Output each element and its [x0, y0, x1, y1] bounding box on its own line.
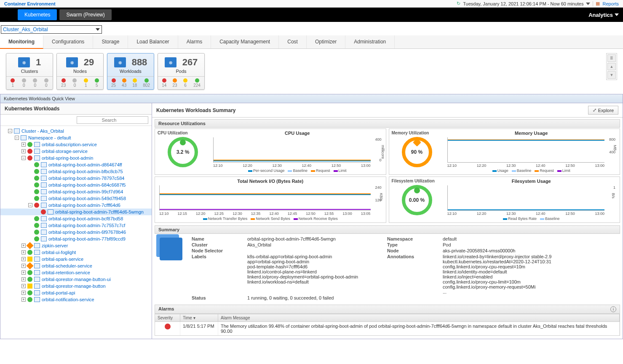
tree-label[interactable]: Namespace - default	[28, 135, 71, 140]
tree-node[interactable]: −orbital-spring-boot-admin-7cfff64d6	[0, 202, 152, 209]
tree-node[interactable]: +orbital-qorestor-manage-button-ui	[0, 276, 152, 283]
up-icon[interactable]: ▲	[607, 63, 616, 70]
tree-label[interactable]: orbital-subscription-service	[42, 142, 97, 147]
tree-node[interactable]: +orbital-retention-service	[0, 269, 152, 276]
alarm-col-time[interactable]: Time ▾	[180, 314, 218, 321]
tree-label[interactable]: orbital-spring-boot-admin-7cfff64d6	[48, 203, 120, 208]
tree-node[interactable]: +orbital-scheduler-service	[0, 262, 152, 269]
subtab-optimizer[interactable]: Optimizer	[307, 35, 345, 48]
chart-mem[interactable]: 800 400 MB	[447, 137, 605, 163]
tree-node[interactable]: −Namespace - default	[0, 134, 152, 141]
refresh-icon[interactable]: ↻	[457, 1, 460, 6]
tree-label[interactable]: orbital-notification-service	[42, 297, 94, 302]
tab-kubernetes[interactable]: Kubernetes	[18, 9, 57, 20]
tree-toggle-icon[interactable]: +	[21, 284, 26, 288]
tree-node[interactable]: orbital-spring-boot-admin-6f97678b46	[0, 229, 152, 236]
subtab-capacity-management[interactable]: Capacity Management	[211, 35, 279, 48]
tree-label[interactable]: orbital-retention-service	[42, 270, 90, 275]
tree-label[interactable]: orbital-qorestor-manage-button-ui	[42, 277, 111, 282]
tree-toggle-icon[interactable]: +	[21, 297, 26, 302]
tree-node[interactable]: orbital-spring-boot-admin-684c6687f5	[0, 182, 152, 188]
tree-node[interactable]: +orbital-portal-api	[0, 289, 152, 296]
tree-node[interactable]: orbital-spring-boot-admin-549d7f9458	[0, 195, 152, 202]
gauge-fs[interactable]: 0.00 %	[402, 185, 432, 215]
card-workloads[interactable]: ⎈888Workloads254318802	[107, 53, 154, 90]
tree-toggle-icon[interactable]: +	[21, 270, 26, 275]
breadcrumb[interactable]: Container Environment	[4, 1, 56, 6]
tree-node[interactable]: +orbital-storage-service	[0, 148, 152, 155]
chart-cpu[interactable]: 400 0 millicore	[213, 137, 371, 163]
tree-label[interactable]: orbital-spring-boot-admin	[42, 155, 93, 161]
subtab-storage[interactable]: Storage	[93, 35, 128, 48]
tree-toggle-icon[interactable]: +	[21, 244, 26, 248]
cluster-select[interactable]: Cluster_Aks_Orbital	[1, 25, 102, 34]
alarm-col-severity[interactable]: Severity	[155, 314, 180, 321]
tree-node[interactable]: +orbital-ui-foglight	[0, 249, 152, 256]
tree-node[interactable]: +orbital-subscription-service	[0, 141, 152, 148]
tree-label[interactable]: orbital-spring-boot-admin-549d7f9458	[48, 196, 126, 201]
tree-label[interactable]: orbital-spring-boot-admin-78797c584	[48, 176, 124, 181]
tree-node[interactable]: +zipkin-server	[0, 242, 152, 249]
subtab-monitoring[interactable]: Monitoring	[0, 35, 43, 49]
subtab-alarms[interactable]: Alarms	[178, 35, 211, 48]
tree-node[interactable]: orbital-spring-boot-admin-99cf7d964	[0, 188, 152, 195]
tree-toggle-icon[interactable]: −	[28, 203, 32, 207]
tree-toggle-icon[interactable]: +	[21, 250, 26, 254]
tree-node[interactable]: orbital-spring-boot-admin-7c7557c7cf	[0, 222, 152, 229]
tree-label[interactable]: orbital-qorestor-manage-button	[42, 284, 106, 289]
tree-node[interactable]: +orbital-notification-service	[0, 296, 152, 303]
tree-toggle-icon[interactable]: +	[21, 142, 26, 147]
tree-node[interactable]: −Cluster - Aks_Orbital	[0, 128, 152, 134]
card-nodes[interactable]: ⎈29Nodes23015	[56, 53, 104, 90]
card-clusters[interactable]: ⎈1Clusters1000	[6, 53, 53, 90]
tree-label[interactable]: orbital-spring-boot-admin-684c6687f5	[48, 182, 126, 187]
reports-icon[interactable]: ▦	[596, 1, 600, 6]
tree-node[interactable]: −orbital-spring-boot-admin	[0, 155, 152, 161]
tree-toggle-icon[interactable]: +	[21, 257, 26, 261]
gauge-mem[interactable]: 90 %	[402, 137, 432, 167]
search-input[interactable]	[77, 116, 148, 124]
tree-toggle-icon[interactable]: +	[21, 277, 26, 281]
tree-node[interactable]: orbital-spring-boot-admin-bcf87bd58	[0, 215, 152, 222]
gauge-cpu[interactable]: 3.2 %	[168, 137, 198, 167]
tree-label[interactable]: orbital-spring-boot-admin-99cf7d964	[48, 189, 123, 194]
subtab-load-balancer[interactable]: Load Balancer	[128, 35, 178, 48]
tree-label[interactable]: orbital-spring-boot-admin-7c7557c7cf	[48, 223, 125, 228]
tree-toggle-icon[interactable]: +	[21, 149, 26, 153]
timerange-dropdown-icon[interactable]	[586, 3, 590, 5]
subtab-configurations[interactable]: Configurations	[43, 35, 93, 48]
tree-label[interactable]: orbital-spring-boot-admin-7cfff64d6-5wmg…	[55, 209, 144, 214]
info-icon[interactable]: i	[610, 306, 616, 312]
down-icon[interactable]: ▼	[607, 71, 616, 79]
tree-label[interactable]: orbital-ui-foglight	[42, 250, 76, 255]
tree-node[interactable]: orbital-spring-boot-admin-bfbc8cb75	[0, 168, 152, 175]
tree-node[interactable]: +orbital-qorestor-manage-button	[0, 283, 152, 289]
tree-label[interactable]: orbital-spring-boot-admin-6f97678b46	[48, 230, 126, 235]
tree-label[interactable]: orbital-spring-boot-admin-bcf87bd58	[48, 216, 123, 221]
chart-net[interactable]: 240 120 KB/s	[159, 185, 371, 211]
tree-label[interactable]: orbital-spring-boot-admin-d864674ff	[48, 162, 122, 167]
tree-node[interactable]: orbital-spring-boot-admin-78797c584	[0, 175, 152, 182]
tree-label[interactable]: orbital-spring-boot-admin-77bf89ccd9	[48, 236, 126, 241]
timerange[interactable]: Tuesday, January 12, 2021 12:06:14 PM - …	[463, 1, 583, 6]
subtab-cost[interactable]: Cost	[279, 35, 307, 48]
analytics-menu[interactable]: Analytics	[588, 12, 619, 18]
tree-node[interactable]: orbital-spring-boot-admin-77bf89ccd9	[0, 236, 152, 242]
tree-label[interactable]: zipkin-server	[42, 243, 68, 248]
tree-toggle-icon[interactable]: −	[15, 136, 19, 140]
tree-label[interactable]: orbital-portal-api	[42, 290, 75, 295]
tree-toggle-icon[interactable]: −	[21, 156, 26, 160]
tree-label[interactable]: Cluster - Aks_Orbital	[21, 128, 64, 134]
subtab-administration[interactable]: Administration	[345, 35, 395, 48]
tree-node[interactable]: +orbital-spark-service	[0, 256, 152, 262]
tree-toggle-icon[interactable]: +	[21, 291, 26, 295]
card-pods[interactable]: ⎈267Pods14236224	[158, 53, 205, 90]
explore-button[interactable]: ⤢ Explore	[588, 106, 618, 115]
tab-swarm-preview-[interactable]: Swarm (Preview)	[59, 9, 111, 20]
tree-node[interactable]: orbital-spring-boot-admin-7cfff64d6-5wmg…	[0, 209, 152, 215]
tree-label[interactable]: orbital-spark-service	[42, 257, 83, 262]
tree-label[interactable]: orbital-storage-service	[42, 149, 88, 154]
list-view-icon[interactable]: ≣	[607, 54, 616, 62]
tree-label[interactable]: orbital-scheduler-service	[42, 263, 92, 268]
tree-toggle-icon[interactable]: −	[8, 129, 12, 133]
